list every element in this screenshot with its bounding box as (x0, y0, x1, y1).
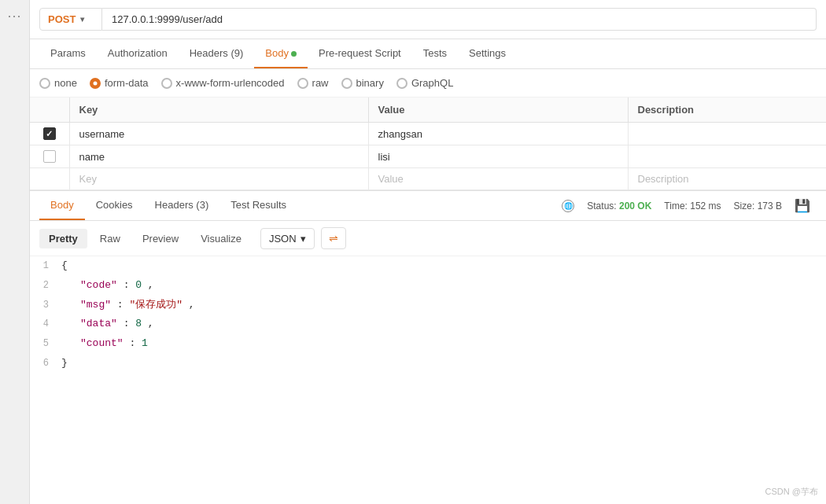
watermark: CSDN @芋布 (765, 486, 818, 498)
row1-value[interactable]: zhangsan (378, 128, 422, 140)
tab-params[interactable]: Params (39, 39, 97, 68)
format-tab-visualize[interactable]: Visualize (191, 229, 251, 248)
row1-value-cell: zhangsan (368, 123, 628, 145)
json-line-5: 5 "count" : 1 (30, 334, 826, 354)
row2-value-cell: lisi (368, 145, 628, 168)
request-tabs: Params Authorization Headers (9) Body Pr… (30, 39, 826, 69)
tab-settings[interactable]: Settings (458, 39, 517, 68)
format-toolbar: Pretty Raw Preview Visualize JSON ▾ ⇌ (30, 221, 826, 256)
response-tab-headers[interactable]: Headers (3) (144, 191, 220, 220)
col-header-value: Value (368, 97, 628, 123)
response-tab-body[interactable]: Body (39, 191, 85, 220)
url-input[interactable] (102, 8, 817, 31)
radio-none[interactable] (39, 78, 50, 89)
response-tab-test-results[interactable]: Test Results (219, 191, 297, 220)
line-number: 5 (30, 337, 61, 351)
json-line-1: 1 { (30, 256, 826, 276)
row1-key[interactable]: username (79, 128, 125, 140)
body-type-binary[interactable]: binary (341, 77, 384, 89)
body-type-raw[interactable]: raw (297, 77, 329, 89)
empty-value[interactable]: Value (378, 173, 404, 185)
format-type-dropdown[interactable]: JSON ▾ (260, 228, 315, 249)
form-table: Key Value Description (30, 97, 826, 190)
col-header-description: Description (628, 97, 826, 123)
time-label: Time: 152 ms (664, 200, 721, 212)
format-tab-raw[interactable]: Raw (90, 229, 130, 248)
tab-pre-request[interactable]: Pre-request Script (308, 39, 412, 68)
body-active-dot (291, 51, 297, 57)
row2-desc-cell[interactable] (628, 145, 826, 168)
tab-tests[interactable]: Tests (412, 39, 458, 68)
json-line-2: 2 "code" : 0 , (30, 276, 826, 296)
size-label: Size: 173 B (734, 200, 782, 212)
tab-authorization[interactable]: Authorization (97, 39, 179, 68)
radio-binary[interactable] (341, 78, 352, 89)
json-line-4: 4 "data" : 8 , (30, 315, 826, 334)
response-status-bar: 🌐 Status: 200 OK Time: 152 ms Size: 173 … (562, 198, 817, 213)
sidebar-menu-icon[interactable]: ··· (7, 8, 21, 24)
empty-description[interactable]: Description (638, 173, 689, 185)
row2-value[interactable]: lisi (378, 151, 390, 163)
method-selector[interactable]: POST ▾ (39, 8, 102, 31)
table-row: username zhangsan (30, 123, 826, 145)
tab-body[interactable]: Body (254, 39, 308, 68)
filter-button[interactable]: ⇌ (321, 227, 346, 249)
col-header-check (30, 97, 69, 123)
body-type-row: none form-data x-www-form-urlencoded raw… (30, 69, 826, 97)
json-line-3: 3 "msg" : "保存成功" , (30, 296, 826, 315)
radio-form-data[interactable] (90, 78, 101, 89)
row2-checkbox[interactable] (43, 150, 56, 163)
filter-icon: ⇌ (329, 232, 338, 245)
format-tab-pretty[interactable]: Pretty (39, 229, 87, 248)
method-chevron-icon: ▾ (80, 15, 84, 24)
row1-check-cell (30, 123, 69, 145)
line-number: 2 (30, 278, 61, 293)
row2-key[interactable]: name (79, 151, 105, 163)
globe-icon: 🌐 (562, 200, 574, 212)
response-tab-cookies[interactable]: Cookies (85, 191, 144, 220)
col-header-key: Key (69, 97, 368, 123)
empty-key[interactable]: Key (79, 173, 97, 185)
row1-key-cell: username (69, 123, 368, 145)
method-label: POST (48, 13, 76, 25)
line-number: 1 (30, 259, 61, 274)
dropdown-chevron-icon: ▾ (301, 233, 306, 245)
json-line-6: 6 } (30, 354, 826, 373)
save-icon[interactable]: 💾 (795, 198, 810, 213)
url-bar: POST ▾ (30, 0, 826, 39)
row1-checkbox[interactable] (43, 127, 56, 140)
body-type-urlencoded[interactable]: x-www-form-urlencoded (161, 77, 285, 89)
status-value: 200 OK (619, 200, 651, 212)
status-label: Status: 200 OK (587, 200, 651, 212)
radio-graphql[interactable] (396, 78, 407, 89)
row2-key-cell: name (69, 145, 368, 168)
response-tabs-row: Body Cookies Headers (3) Test Results 🌐 … (30, 191, 826, 221)
tab-headers[interactable]: Headers (9) (179, 39, 255, 68)
table-row-empty: Key Value Description (30, 168, 826, 190)
sidebar: ··· (0, 0, 30, 504)
radio-urlencoded[interactable] (161, 78, 172, 89)
row2-check-cell (30, 145, 69, 168)
size-value: 173 B (758, 200, 782, 212)
format-tab-preview[interactable]: Preview (133, 229, 188, 248)
body-type-none[interactable]: none (39, 77, 77, 89)
time-value: 152 ms (690, 200, 721, 212)
line-number: 6 (30, 356, 61, 371)
body-type-form-data[interactable]: form-data (90, 77, 149, 89)
table-row: name lisi (30, 145, 826, 168)
line-number: 3 (30, 298, 61, 313)
body-type-graphql[interactable]: GraphQL (396, 77, 453, 89)
radio-raw[interactable] (297, 78, 308, 89)
row1-desc-cell[interactable] (628, 123, 826, 145)
json-output: 1 { 2 "code" : 0 , 3 "msg" : "保存成功" , (30, 256, 826, 504)
line-number: 4 (30, 317, 61, 332)
